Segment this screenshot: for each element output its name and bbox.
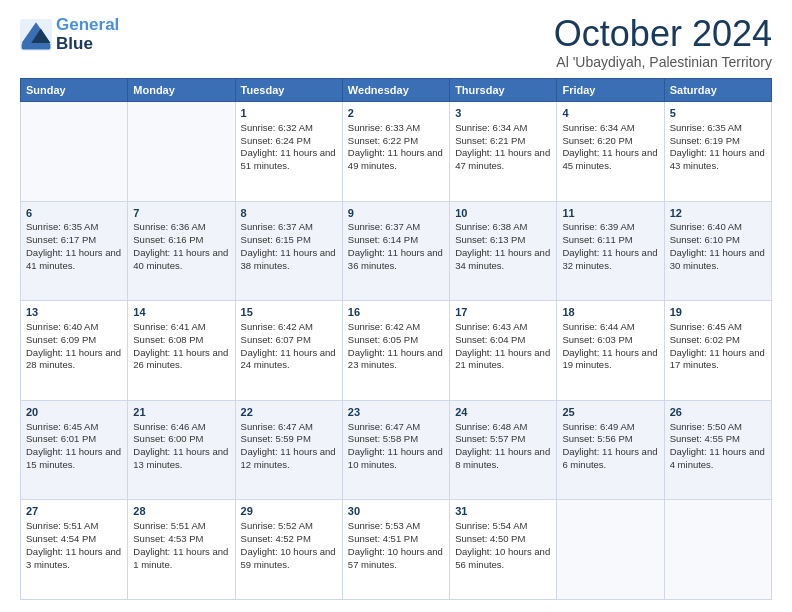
sunrise-text: Sunrise: 6:32 AM [241,122,313,133]
sunset-text: Sunset: 4:50 PM [455,533,525,544]
weekday-header: Saturday [664,79,771,102]
calendar-cell: 30 Sunrise: 5:53 AM Sunset: 4:51 PM Dayl… [342,500,449,600]
sunset-text: Sunset: 6:13 PM [455,234,525,245]
daylight-text: Daylight: 11 hours and 51 minutes. [241,147,336,171]
daylight-text: Daylight: 11 hours and 23 minutes. [348,347,443,371]
sunset-text: Sunset: 6:03 PM [562,334,632,345]
sunset-text: Sunset: 6:07 PM [241,334,311,345]
calendar-cell: 4 Sunrise: 6:34 AM Sunset: 6:20 PM Dayli… [557,102,664,202]
day-number: 15 [241,305,337,320]
day-number: 26 [670,405,766,420]
daylight-text: Daylight: 11 hours and 1 minute. [133,546,228,570]
daylight-text: Daylight: 11 hours and 32 minutes. [562,247,657,271]
daylight-text: Daylight: 11 hours and 15 minutes. [26,446,121,470]
daylight-text: Daylight: 11 hours and 28 minutes. [26,347,121,371]
day-number: 28 [133,504,229,519]
calendar-cell: 5 Sunrise: 6:35 AM Sunset: 6:19 PM Dayli… [664,102,771,202]
calendar-cell: 29 Sunrise: 5:52 AM Sunset: 4:52 PM Dayl… [235,500,342,600]
daylight-text: Daylight: 11 hours and 4 minutes. [670,446,765,470]
weekday-header: Sunday [21,79,128,102]
calendar-cell: 13 Sunrise: 6:40 AM Sunset: 6:09 PM Dayl… [21,301,128,401]
sunset-text: Sunset: 6:01 PM [26,433,96,444]
sunrise-text: Sunrise: 6:38 AM [455,221,527,232]
calendar-cell: 2 Sunrise: 6:33 AM Sunset: 6:22 PM Dayli… [342,102,449,202]
weekday-header: Tuesday [235,79,342,102]
daylight-text: Daylight: 11 hours and 8 minutes. [455,446,550,470]
sunset-text: Sunset: 4:52 PM [241,533,311,544]
daylight-text: Daylight: 11 hours and 38 minutes. [241,247,336,271]
daylight-text: Daylight: 11 hours and 41 minutes. [26,247,121,271]
calendar-cell: 25 Sunrise: 6:49 AM Sunset: 5:56 PM Dayl… [557,400,664,500]
sunset-text: Sunset: 6:24 PM [241,135,311,146]
daylight-text: Daylight: 11 hours and 19 minutes. [562,347,657,371]
day-number: 24 [455,405,551,420]
month-title: October 2024 [554,16,772,52]
sunrise-text: Sunrise: 5:54 AM [455,520,527,531]
calendar-cell: 20 Sunrise: 6:45 AM Sunset: 6:01 PM Dayl… [21,400,128,500]
day-number: 30 [348,504,444,519]
sunrise-text: Sunrise: 6:35 AM [670,122,742,133]
day-number: 23 [348,405,444,420]
calendar-header-row: SundayMondayTuesdayWednesdayThursdayFrid… [21,79,772,102]
daylight-text: Daylight: 10 hours and 56 minutes. [455,546,550,570]
sunrise-text: Sunrise: 6:35 AM [26,221,98,232]
day-number: 7 [133,206,229,221]
calendar-cell: 19 Sunrise: 6:45 AM Sunset: 6:02 PM Dayl… [664,301,771,401]
sunset-text: Sunset: 4:51 PM [348,533,418,544]
sunset-text: Sunset: 6:16 PM [133,234,203,245]
sunset-text: Sunset: 4:54 PM [26,533,96,544]
day-number: 5 [670,106,766,121]
sunset-text: Sunset: 6:10 PM [670,234,740,245]
calendar-cell [557,500,664,600]
daylight-text: Daylight: 11 hours and 36 minutes. [348,247,443,271]
sunrise-text: Sunrise: 6:45 AM [670,321,742,332]
calendar-cell: 11 Sunrise: 6:39 AM Sunset: 6:11 PM Dayl… [557,201,664,301]
calendar-week-row: 27 Sunrise: 5:51 AM Sunset: 4:54 PM Dayl… [21,500,772,600]
sunrise-text: Sunrise: 5:52 AM [241,520,313,531]
sunrise-text: Sunrise: 5:50 AM [670,421,742,432]
calendar-cell: 21 Sunrise: 6:46 AM Sunset: 6:00 PM Dayl… [128,400,235,500]
calendar-cell: 3 Sunrise: 6:34 AM Sunset: 6:21 PM Dayli… [450,102,557,202]
calendar-week-row: 20 Sunrise: 6:45 AM Sunset: 6:01 PM Dayl… [21,400,772,500]
sunrise-text: Sunrise: 6:45 AM [26,421,98,432]
sunrise-text: Sunrise: 6:37 AM [348,221,420,232]
sunrise-text: Sunrise: 6:46 AM [133,421,205,432]
logo-text: General Blue [56,16,119,53]
daylight-text: Daylight: 11 hours and 13 minutes. [133,446,228,470]
sunset-text: Sunset: 6:11 PM [562,234,632,245]
daylight-text: Daylight: 11 hours and 24 minutes. [241,347,336,371]
sunrise-text: Sunrise: 6:33 AM [348,122,420,133]
sunrise-text: Sunrise: 6:42 AM [241,321,313,332]
calendar-cell [128,102,235,202]
calendar-cell: 15 Sunrise: 6:42 AM Sunset: 6:07 PM Dayl… [235,301,342,401]
day-number: 18 [562,305,658,320]
sunrise-text: Sunrise: 6:37 AM [241,221,313,232]
day-number: 19 [670,305,766,320]
daylight-text: Daylight: 11 hours and 21 minutes. [455,347,550,371]
sunset-text: Sunset: 6:14 PM [348,234,418,245]
calendar-cell: 7 Sunrise: 6:36 AM Sunset: 6:16 PM Dayli… [128,201,235,301]
daylight-text: Daylight: 10 hours and 57 minutes. [348,546,443,570]
sunrise-text: Sunrise: 6:39 AM [562,221,634,232]
sunrise-text: Sunrise: 6:36 AM [133,221,205,232]
day-number: 31 [455,504,551,519]
daylight-text: Daylight: 11 hours and 17 minutes. [670,347,765,371]
sunrise-text: Sunrise: 6:48 AM [455,421,527,432]
weekday-header: Friday [557,79,664,102]
calendar-cell: 18 Sunrise: 6:44 AM Sunset: 6:03 PM Dayl… [557,301,664,401]
calendar-cell: 24 Sunrise: 6:48 AM Sunset: 5:57 PM Dayl… [450,400,557,500]
sunrise-text: Sunrise: 6:34 AM [562,122,634,133]
day-number: 29 [241,504,337,519]
day-number: 14 [133,305,229,320]
sunrise-text: Sunrise: 6:47 AM [241,421,313,432]
calendar-cell: 22 Sunrise: 6:47 AM Sunset: 5:59 PM Dayl… [235,400,342,500]
calendar-cell: 12 Sunrise: 6:40 AM Sunset: 6:10 PM Dayl… [664,201,771,301]
sunrise-text: Sunrise: 6:40 AM [670,221,742,232]
daylight-text: Daylight: 11 hours and 3 minutes. [26,546,121,570]
sunset-text: Sunset: 5:56 PM [562,433,632,444]
sunrise-text: Sunrise: 6:49 AM [562,421,634,432]
daylight-text: Daylight: 11 hours and 47 minutes. [455,147,550,171]
header: General Blue October 2024 Al 'Ubaydiyah,… [20,16,772,70]
day-number: 13 [26,305,122,320]
calendar-cell: 17 Sunrise: 6:43 AM Sunset: 6:04 PM Dayl… [450,301,557,401]
